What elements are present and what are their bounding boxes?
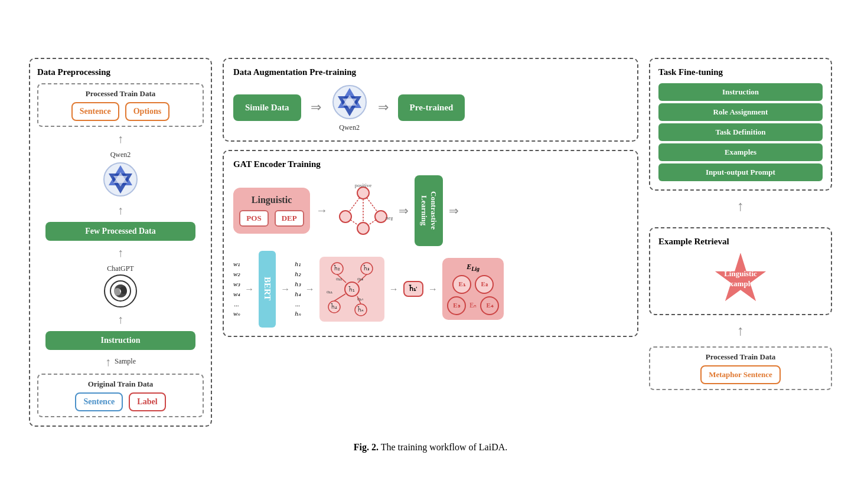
svg-text:α₁₂: α₁₂ — [336, 276, 342, 282]
middle-panel: Data Augmentation Pre-training Simile Da… — [223, 58, 638, 427]
dep-box: DEP — [275, 210, 304, 227]
h-dots: ... — [295, 300, 300, 307]
chatgpt-label: ChatGPT — [107, 264, 133, 273]
gat-svg: h̄₂ h̄₃ h̄₁ h̄₄ h̄ₙ — [319, 257, 384, 322]
e1-circle: E₁ — [452, 275, 471, 294]
data-preprocessing-panel: Data Preprocessing Processed Train Data … — [29, 58, 212, 427]
arrow-nodes-contrast: ⇒ — [399, 204, 409, 218]
linguistic-box: Linguistic POS DEP — [233, 188, 310, 234]
options-box: Options — [125, 102, 169, 121]
h4: h₄ — [295, 290, 301, 298]
example-retrieval-title: Example Retrieval — [658, 237, 823, 247]
en-label: Eₙ — [469, 301, 477, 310]
example-retrieval-content: LinguisticExamples — [658, 253, 823, 306]
svg-point-17 — [340, 211, 351, 222]
svg-text:α₁ₙ: α₁ₙ — [357, 296, 363, 302]
pos-dep-row: POS DEP — [239, 210, 304, 227]
task-finetuning-title: Task Fine-tuning — [658, 67, 823, 77]
example-retrieval-panel: Example Retrieval LinguisticExamples — [649, 227, 832, 315]
linguistic-title: Linguistic — [252, 195, 292, 205]
wn: wₙ — [233, 310, 240, 318]
pretrained-box: Pre-trained — [398, 94, 465, 121]
original-train-data-box: Original Train Data Sentence Label — [37, 374, 204, 417]
svg-text:h̄ₙ: h̄ₙ — [357, 306, 364, 313]
qwen2-aug-label: Qwen2 — [339, 123, 360, 132]
w1: w₁ — [233, 260, 240, 268]
elig-label: ELig — [467, 263, 480, 272]
data-augmentation-title: Data Augmentation Pre-training — [233, 67, 628, 77]
metaphor-sentence-box: Metaphor Sentence — [700, 365, 781, 384]
gat-inner-row: Linguistic POS DEP → — [233, 175, 628, 246]
gat-attention-viz: h̄₂ h̄₃ h̄₁ h̄₄ h̄ₙ — [319, 257, 384, 322]
gat-encoder-panel: GAT Encoder Training Linguistic POS DEP — [223, 150, 638, 337]
arrow-qwen2-pretrained: ⇒ — [378, 100, 389, 115]
processed-train-data2-label: Processed Train Data — [706, 352, 775, 362]
task-definition-box: Task Definition — [658, 123, 823, 141]
processed-train-data2-box: Processed Train Data Metaphor Sentence — [649, 346, 832, 390]
arrow-ft-retrieval: ↑ — [649, 198, 832, 215]
arrows-h-gat: → — [305, 284, 315, 294]
h-nodes: h₁ h₂ h₃ h₄ ... hₙ — [295, 260, 301, 318]
task-finetuning-panel: Task Fine-tuning Instruction Role Assign… — [649, 58, 832, 191]
diagram-wrapper: Data Preprocessing Processed Train Data … — [12, 52, 849, 453]
qwen2-logo — [102, 161, 139, 198]
linguistic-examples-label: LinguisticExamples — [724, 269, 757, 289]
arrows-bert-h: → — [281, 284, 290, 294]
svg-point-18 — [375, 211, 387, 222]
hn: hₙ — [295, 310, 301, 318]
h1: h₁ — [295, 260, 301, 268]
arrow-simile: ⇒ — [311, 100, 321, 115]
gat-left: Linguistic POS DEP — [233, 188, 310, 234]
arrow-up-3: ↑ — [118, 246, 123, 260]
arrow-ling-nodes: → — [316, 204, 328, 217]
chatgpt-section: ChatGPT — [104, 264, 137, 307]
aug-qwen2: Qwen2 — [331, 83, 368, 132]
svg-text:α₁₁: α₁₁ — [327, 289, 332, 294]
caption-text: The training workflow of LaiDA. — [379, 442, 507, 452]
linguistic-examples-shape: LinguisticExamples — [714, 253, 767, 306]
bert-box: BERT — [259, 251, 276, 328]
sentence-box: Sentence — [71, 102, 119, 121]
qwen2-section: Qwen2 — [102, 150, 139, 198]
instruction-ft-box: Instruction — [658, 83, 823, 101]
svg-text:h̄₁: h̄₁ — [348, 286, 355, 293]
chatgpt-icon — [109, 280, 132, 302]
svg-point-16 — [357, 187, 369, 199]
chatgpt-logo — [104, 274, 137, 307]
gat-encoder-title: GAT Encoder Training — [233, 159, 628, 169]
svg-point-19 — [357, 222, 369, 234]
w4: w₄ — [233, 290, 240, 298]
arrow-retrieval-ptd: ↑ — [649, 322, 832, 339]
h-prime-box: h̄₁' — [403, 281, 423, 297]
role-assignment-box: Role Assignment — [658, 103, 823, 121]
arrows-hprime-elig: → — [428, 284, 438, 294]
sentence2-box: Sentence — [75, 392, 123, 411]
contrastive-label: Contrastive Learning — [419, 182, 438, 239]
e2-circle: E₂ — [475, 275, 494, 294]
e4-circle: E₄ — [480, 296, 499, 315]
e-top-row: E₁ E₂ — [452, 275, 494, 294]
contrastive-learning-box: Contrastive Learning — [415, 175, 443, 246]
processed-train-data-label: Processed Train Data — [86, 89, 155, 99]
examples-box: Examples — [658, 143, 823, 161]
svg-text:α₁₃: α₁₃ — [357, 276, 363, 282]
bert-row: w₁ w₂ w₃ w₄ ... wₙ → BERT → h₁ h₂ — [233, 251, 628, 328]
e3-circle: E₃ — [447, 296, 466, 315]
arrow-up-5: ↑ — [105, 355, 111, 369]
w-dots: ... — [234, 300, 239, 307]
svg-text:positive: positive — [355, 182, 372, 188]
caption-bold: Fig. 2. — [354, 442, 379, 452]
svg-text:h̄₂: h̄₂ — [334, 265, 340, 271]
processed-train-data-box: Processed Train Data Sentence Options — [37, 83, 204, 127]
svg-text:negative: negative — [386, 215, 393, 221]
original-train-data-label: Original Train Data — [88, 379, 154, 389]
w3: w₃ — [233, 280, 240, 288]
label-box: Label — [129, 392, 165, 411]
qwen2-label: Qwen2 — [110, 150, 131, 159]
main-diagram: Data Preprocessing Processed Train Data … — [23, 52, 838, 433]
right-column: Task Fine-tuning Instruction Role Assign… — [649, 58, 832, 427]
w-nodes: w₁ w₂ w₃ w₄ ... wₙ — [233, 260, 240, 318]
original-train-row: Sentence Label — [75, 392, 165, 411]
node-cluster-svg: positive negative — [334, 181, 393, 240]
simile-data-box: Simile Data — [233, 94, 301, 121]
